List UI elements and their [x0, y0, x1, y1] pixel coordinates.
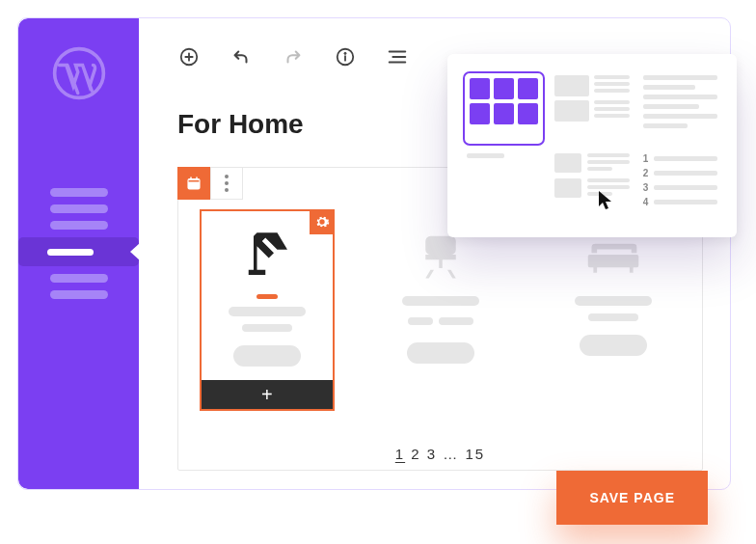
- placeholder-line: [575, 296, 652, 306]
- page-number[interactable]: 3: [427, 446, 437, 462]
- product-card[interactable]: [546, 221, 681, 356]
- placeholder-button: [407, 342, 474, 364]
- placeholder-button: [233, 345, 301, 367]
- sidebar-menu: [18, 188, 139, 299]
- layout-option-lines[interactable]: [643, 75, 717, 142]
- sidebar: [18, 18, 139, 489]
- more-icon: [225, 175, 229, 192]
- block-toolbar: [177, 167, 243, 200]
- layout-option-img-text[interactable]: [554, 153, 629, 220]
- block-preview-tab[interactable]: [177, 167, 210, 200]
- pagination[interactable]: 1 2 3 … 15: [395, 446, 485, 462]
- page-last[interactable]: 15: [466, 446, 486, 462]
- layout-picker-popover: 1 2 3 4: [447, 54, 737, 237]
- layout-option-numbered[interactable]: 1 2 3 4: [643, 153, 717, 220]
- wordpress-logo-icon: [51, 45, 107, 101]
- add-block-button[interactable]: [177, 45, 201, 68]
- page-ellipsis: …: [443, 446, 459, 462]
- plus-icon: +: [261, 384, 273, 406]
- placeholder-line: [242, 324, 292, 332]
- save-page-button[interactable]: SAVE PAGE: [556, 471, 708, 525]
- sidebar-item[interactable]: [50, 290, 108, 299]
- product-cards: +: [200, 221, 681, 411]
- product-card-selected[interactable]: +: [200, 209, 335, 411]
- placeholder-line: [588, 313, 638, 321]
- sidebar-item-active[interactable]: [18, 237, 139, 266]
- redo-button[interactable]: [282, 45, 305, 68]
- cursor-icon: [597, 189, 616, 214]
- sidebar-item[interactable]: [50, 188, 108, 197]
- block-more-tab[interactable]: [210, 167, 243, 200]
- sidebar-item[interactable]: [50, 221, 108, 230]
- svg-point-3: [344, 52, 346, 54]
- placeholder-button: [580, 335, 647, 356]
- sidebar-item[interactable]: [50, 204, 108, 213]
- undo-button[interactable]: [230, 45, 253, 68]
- info-button[interactable]: [334, 45, 357, 68]
- placeholder-line: [402, 296, 479, 306]
- outline-button[interactable]: [386, 45, 409, 68]
- product-card[interactable]: [373, 221, 508, 364]
- page-current[interactable]: 1: [395, 446, 405, 462]
- page-number[interactable]: 2: [411, 446, 420, 462]
- card-settings-button[interactable]: [310, 209, 335, 234]
- add-item-button[interactable]: +: [202, 380, 333, 409]
- layout-option-grid[interactable]: [467, 75, 541, 142]
- placeholder-line: [229, 307, 306, 316]
- layout-option-masonry[interactable]: [467, 153, 541, 220]
- layout-option-two-col[interactable]: [554, 75, 629, 142]
- sidebar-item[interactable]: [50, 274, 108, 283]
